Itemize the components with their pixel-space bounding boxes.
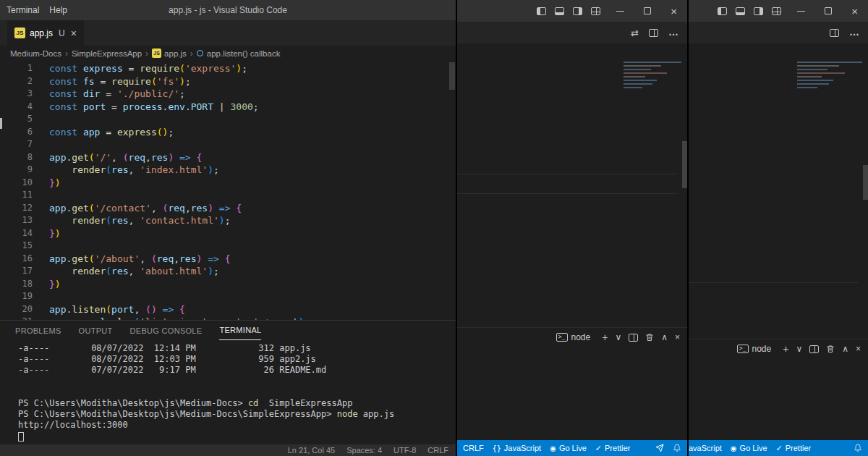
maximize-panel-icon[interactable]: ∧ <box>661 333 668 342</box>
code-line[interactable]: 8app.get('/', (req,res) => { <box>0 151 456 164</box>
terminal-line: -a---- 08/07/2022 12:03 PM 959 app2.js <box>18 354 456 365</box>
split-terminal-icon[interactable] <box>629 334 638 342</box>
new-terminal-icon[interactable]: + <box>602 332 608 342</box>
panel-tab-output[interactable]: OUTPUT <box>79 321 113 340</box>
status-right-icons <box>854 444 862 452</box>
maximize-icon[interactable] <box>825 7 832 14</box>
maximize-panel-icon[interactable]: ∧ <box>842 345 848 353</box>
toggle-sidebar-icon[interactable] <box>718 7 727 15</box>
editor-scrollbar[interactable] <box>863 165 868 200</box>
code-line[interactable]: 6const app = express(); <box>0 126 456 139</box>
terminal-dropdown-icon[interactable]: ∨ <box>615 333 621 342</box>
split-editor-icon[interactable] <box>649 29 658 37</box>
breadcrumb-item[interactable]: SimpleExpressApp <box>72 49 142 58</box>
maximize-icon[interactable] <box>644 7 651 14</box>
menu-help[interactable]: Help <box>44 5 72 15</box>
minimap[interactable] <box>797 59 862 90</box>
more-actions-icon[interactable]: … <box>849 30 859 35</box>
code-line[interactable]: 19 <box>0 290 456 303</box>
terminal-output[interactable]: -a---- 08/07/2022 12:14 PM 312 app.js-a-… <box>0 340 456 442</box>
status-bar: CRLF {} JavaScript ◉ Go Live ✓ Prettier <box>457 440 687 456</box>
status-item[interactable]: CRLF <box>427 446 448 455</box>
open-changes-icon[interactable]: ⇄ <box>631 28 639 38</box>
more-actions-icon[interactable]: … <box>668 30 678 35</box>
customize-layout-icon[interactable] <box>772 7 781 15</box>
status-item-eol[interactable]: CRLF <box>463 444 484 452</box>
code-line[interactable]: 15 <box>0 240 456 253</box>
status-item-language[interactable]: {} JavaScript <box>493 444 541 452</box>
code-line[interactable]: 4const port = process.env.PORT | 3000; <box>0 101 456 114</box>
code-line[interactable]: 7 <box>0 138 456 151</box>
code-line[interactable]: 18}) <box>0 278 456 291</box>
status-item-language[interactable]: avaScript <box>689 444 722 452</box>
tab-close-icon[interactable]: × <box>71 28 77 39</box>
toggle-panel-icon[interactable] <box>736 7 745 15</box>
code-line[interactable]: 21 console.log('listening to port: ' + p… <box>0 316 456 320</box>
bell-icon[interactable] <box>854 444 862 452</box>
panel-tab-debug-console[interactable]: DEBUG CONSOLE <box>130 321 203 340</box>
panel-tab-terminal[interactable]: TERMINAL <box>219 321 261 340</box>
close-panel-icon[interactable]: × <box>675 333 680 342</box>
breadcrumb-item[interactable]: Medium-Docs <box>10 49 61 58</box>
status-item-golive[interactable]: ◉ Go Live <box>550 444 587 452</box>
panel-tab-problems[interactable]: PROBLEMS <box>15 321 61 340</box>
terminal-instance[interactable]: >_ node <box>556 332 590 342</box>
menu-terminal[interactable]: Terminal <box>1 5 44 15</box>
editor-scrollbar[interactable] <box>449 62 455 90</box>
code-line[interactable]: 12app.get('/contact', (req,res) => { <box>0 202 456 215</box>
customize-layout-icon[interactable] <box>591 7 600 15</box>
toggle-secondary-sidebar-icon[interactable] <box>754 7 763 15</box>
toggle-panel-icon[interactable] <box>555 7 564 15</box>
toggle-secondary-sidebar-icon[interactable] <box>573 7 582 15</box>
breadcrumb-item[interactable]: app.listen() callback <box>197 49 281 58</box>
editor-scrollbar[interactable] <box>682 141 687 188</box>
code-line[interactable]: 1const express = require('express'); <box>0 62 456 75</box>
code-line[interactable]: 17 render(res, 'about.html'); <box>0 265 456 278</box>
code-line[interactable]: 14}) <box>0 227 456 240</box>
title-bar: × <box>689 0 868 22</box>
split-terminal-icon[interactable] <box>809 345 819 353</box>
toggle-sidebar-icon[interactable] <box>537 7 546 15</box>
code-line[interactable]: 16app.get('/about', (req,res) => { <box>0 253 456 266</box>
minimap[interactable] <box>624 59 681 90</box>
bell-icon[interactable] <box>673 444 681 452</box>
tab-appjs[interactable]: JS app.js U × <box>7 20 85 46</box>
code-line[interactable]: 20app.listen(port, () => { <box>0 303 456 316</box>
new-terminal-icon[interactable]: + <box>783 344 788 354</box>
current-line-highlight <box>689 282 858 283</box>
paper-plane-icon[interactable] <box>655 444 664 452</box>
kill-terminal-icon[interactable] <box>826 345 835 353</box>
line-number: 7 <box>0 138 33 151</box>
code-line[interactable]: 3const dir = './public/'; <box>0 88 456 101</box>
vscode-main-window: Terminal Help app.js - js - Visual Studi… <box>0 0 456 456</box>
title-bar: × <box>457 0 687 22</box>
bottom-panel: >_ node + ∨ ∧ × <box>689 339 868 440</box>
code-line[interactable]: 13 render(res, 'contact.html'); <box>0 214 456 227</box>
kill-terminal-icon[interactable] <box>645 333 654 342</box>
code-editor[interactable]: 1const express = require('express');2con… <box>0 61 456 320</box>
status-item-prettier[interactable]: ✓ Prettier <box>776 444 812 453</box>
close-panel-icon[interactable]: × <box>856 345 861 353</box>
status-item[interactable]: Spaces: 4 <box>346 446 382 455</box>
status-item[interactable]: Ln 21, Col 45 <box>288 446 335 455</box>
breadcrumb-item[interactable]: JSapp.js <box>152 48 187 58</box>
line-number: 3 <box>0 88 33 101</box>
terminal-instance[interactable]: >_ node <box>737 344 771 354</box>
code-line[interactable]: 9 render(res, 'index.html'); <box>0 164 456 177</box>
close-icon[interactable]: × <box>851 6 858 17</box>
status-right-icons <box>655 444 681 452</box>
code-line[interactable]: 11 <box>0 189 456 202</box>
minimize-icon[interactable] <box>797 11 805 12</box>
terminal-dropdown-icon[interactable]: ∨ <box>796 345 802 353</box>
close-icon[interactable]: × <box>671 6 677 17</box>
status-item-golive[interactable]: ◉ Go Live <box>731 444 767 452</box>
editor-area[interactable] <box>457 43 687 327</box>
split-editor-icon[interactable] <box>830 29 839 37</box>
code-line[interactable]: 5 <box>0 113 456 126</box>
status-item[interactable]: UTF-8 <box>393 446 416 455</box>
status-item-prettier[interactable]: ✓ Prettier <box>595 444 631 453</box>
code-line[interactable]: 10}) <box>0 177 456 190</box>
editor-area[interactable] <box>689 43 868 339</box>
code-line[interactable]: 2const fs = require('fs'); <box>0 75 456 88</box>
minimize-icon[interactable] <box>616 11 624 12</box>
